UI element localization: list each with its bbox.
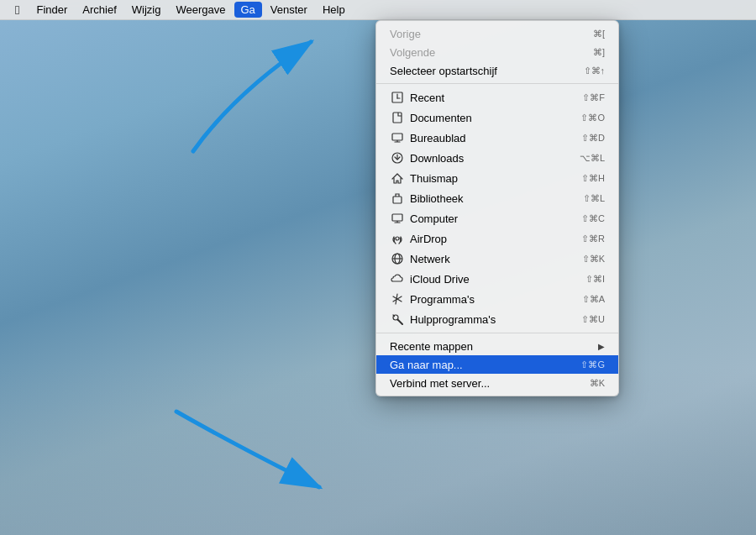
menubar-finder[interactable]: Finder: [29, 2, 74, 18]
menu-item-hulpprogrammas[interactable]: Hulpprogramma's ⇧⌘U: [376, 309, 618, 329]
bureaublad-icon: [390, 130, 405, 145]
documenten-icon: [390, 110, 405, 125]
menubar-weergave[interactable]: Weergave: [169, 2, 232, 18]
netwerk-icon: [390, 251, 405, 266]
svg-rect-11: [393, 197, 402, 203]
bibliotheek-icon: [390, 191, 405, 206]
menu-shortcut-computer: ⇧⌘C: [581, 213, 605, 224]
menu-item-recent[interactable]: Recent ⇧⌘F: [376, 87, 618, 108]
menu-item-volgende[interactable]: Volgende ⌘]: [376, 43, 618, 61]
arrow-annotation-bottom: [151, 395, 336, 507]
menu-shortcut-hulpprogrammas: ⇧⌘U: [581, 314, 605, 325]
menu-label-vorige: Vorige: [390, 28, 593, 40]
menu-label-thuismap: Thuismap: [410, 172, 581, 185]
menu-label-volgende: Volgende: [390, 46, 593, 59]
submenu-arrow-icon: ▶: [598, 342, 605, 351]
menu-label-programmas: Programma's: [410, 293, 582, 306]
thuismap-icon: [390, 170, 405, 186]
downloads-icon: [390, 150, 405, 165]
dropdown-menu: Vorige ⌘[ Volgende ⌘] Selecteer opstarts…: [375, 20, 619, 396]
menu-label-recent: Recent: [410, 92, 582, 104]
separator-2: [376, 333, 618, 333]
menu-label-icloud: iCloud Drive: [410, 273, 585, 286]
icloud-icon: [390, 271, 405, 286]
menu-label-bibliotheek: Bibliotheek: [410, 192, 583, 205]
menu-item-recente-mappen[interactable]: Recente mappen ▶: [376, 337, 618, 355]
menu-item-icloud[interactable]: iCloud Drive ⇧⌘I: [376, 269, 618, 289]
svg-rect-12: [392, 214, 402, 221]
menu-item-airdrop[interactable]: AirDrop ⇧⌘R: [376, 228, 618, 249]
menu-item-downloads[interactable]: Downloads ⌥⌘L: [376, 148, 618, 168]
menu-shortcut-icloud: ⇧⌘I: [585, 274, 605, 285]
svg-rect-6: [392, 134, 402, 140]
menu-item-verbind[interactable]: Verbind met server... ⌘K: [376, 374, 618, 392]
menu-item-programmas[interactable]: Programma's ⇧⌘A: [376, 289, 618, 309]
menu-shortcut-bibliotheek: ⇧⌘L: [583, 193, 605, 204]
arrow-annotation-top: [168, 25, 353, 163]
menu-shortcut-airdrop: ⇧⌘R: [581, 233, 605, 244]
menu-label-documenten: Documenten: [410, 112, 580, 124]
menu-label-hulpprogrammas: Hulpprogramma's: [410, 313, 581, 326]
menu-shortcut-volgende: ⌘]: [593, 47, 605, 58]
computer-icon: [390, 211, 405, 226]
svg-line-23: [398, 320, 403, 325]
menu-item-ga-naar-map[interactable]: Ga naar map... ⇧⌘G: [376, 355, 618, 374]
menubar-archief[interactable]: Archief: [76, 2, 123, 18]
menu-label-netwerk: Netwerk: [410, 253, 582, 265]
apple-menu[interactable]: : [7, 1, 28, 18]
menu-shortcut-bureaublad: ⇧⌘D: [581, 133, 605, 144]
menu-item-documenten[interactable]: Documenten ⇧⌘O: [376, 108, 618, 128]
menu-label-computer: Computer: [410, 212, 581, 225]
airdrop-icon: [390, 231, 405, 246]
menu-label-opstartschijf: Selecteer opstartschijf: [390, 65, 584, 77]
menubar-ga[interactable]: Ga: [234, 2, 262, 18]
menu-shortcut-recent: ⇧⌘F: [582, 92, 605, 103]
menubar:  Finder Archief Wijzig Weergave Ga Vens…: [0, 0, 756, 20]
svg-rect-5: [393, 113, 402, 123]
svg-point-15: [396, 237, 399, 240]
arrow-top-svg: [168, 25, 353, 160]
menubar-wijzig[interactable]: Wijzig: [125, 2, 168, 18]
menu-item-opstartschijf[interactable]: Selecteer opstartschijf ⇧⌘↑: [376, 61, 618, 80]
menubar-venster[interactable]: Venster: [264, 2, 314, 18]
menu-label-ga-naar-map: Ga naar map...: [390, 359, 580, 371]
menu-label-downloads: Downloads: [410, 152, 580, 165]
menu-shortcut-programmas: ⇧⌘A: [582, 294, 605, 305]
menubar-help[interactable]: Help: [316, 2, 352, 18]
menu-label-airdrop: AirDrop: [410, 233, 581, 245]
menu-shortcut-thuismap: ⇧⌘H: [581, 173, 605, 184]
menu-item-thuismap[interactable]: Thuismap ⇧⌘H: [376, 168, 618, 188]
programmas-icon: [390, 291, 405, 307]
separator-1: [376, 83, 618, 84]
menu-shortcut-verbind: ⌘K: [590, 378, 605, 389]
menu-label-recente-mappen: Recente mappen: [390, 340, 598, 353]
menu-shortcut-ga-naar-map: ⇧⌘G: [580, 359, 605, 370]
menu-item-vorige[interactable]: Vorige ⌘[: [376, 24, 618, 43]
menu-item-bureaublad[interactable]: Bureaublad ⇧⌘D: [376, 128, 618, 148]
menu-shortcut-documenten: ⇧⌘O: [580, 113, 605, 123]
menu-item-bibliotheek[interactable]: Bibliotheek ⇧⌘L: [376, 188, 618, 208]
menu-shortcut-opstartschijf: ⇧⌘↑: [584, 66, 606, 76]
desktop:  Finder Archief Wijzig Weergave Ga Vens…: [0, 0, 756, 535]
menubar-items:  Finder Archief Wijzig Weergave Ga Vens…: [7, 1, 352, 18]
menu-shortcut-downloads: ⌥⌘L: [580, 153, 605, 164]
menu-shortcut-netwerk: ⇧⌘K: [582, 254, 605, 265]
hulpprogrammas-icon: [390, 312, 405, 327]
menu-label-verbind: Verbind met server...: [390, 377, 590, 390]
menu-shortcut-vorige: ⌘[: [593, 29, 605, 39]
menu-item-netwerk[interactable]: Netwerk ⇧⌘K: [376, 249, 618, 269]
recent-icon: [390, 90, 405, 105]
arrow-bottom-svg: [151, 395, 336, 504]
menu-label-bureaublad: Bureaublad: [410, 132, 581, 144]
menu-item-computer[interactable]: Computer ⇧⌘C: [376, 208, 618, 228]
